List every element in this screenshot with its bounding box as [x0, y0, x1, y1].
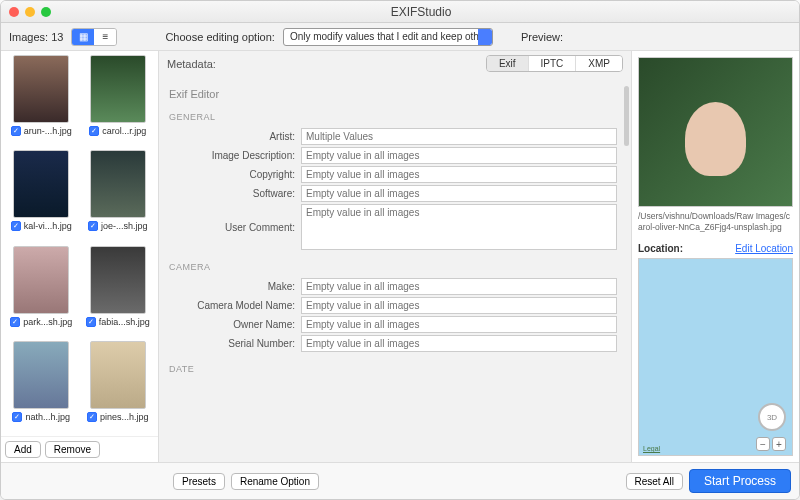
artist-label: Artist:	[165, 131, 295, 142]
images-count-label: Images: 13	[9, 31, 63, 43]
preview-filepath: /Users/vishnu/Downloads/Raw Images/carol…	[638, 207, 793, 241]
presets-button[interactable]: Presets	[173, 473, 225, 490]
checkbox-icon[interactable]: ✓	[88, 221, 98, 231]
thumb-filename: nath...h.jpg	[25, 412, 70, 422]
checkbox-icon[interactable]: ✓	[87, 412, 97, 422]
main-body: ✓arun-...h.jpg ✓carol...r.jpg ✓kal-vi...…	[1, 51, 799, 462]
metadata-tabs: Exif IPTC XMP	[486, 55, 623, 72]
checkbox-icon[interactable]: ✓	[86, 317, 96, 327]
app-window: EXIFStudio Images: 13 ▦ ≡ Choose editing…	[0, 0, 800, 500]
thumb-filename: arun-...h.jpg	[24, 126, 72, 136]
toolbar: Images: 13 ▦ ≡ Choose editing option: On…	[1, 23, 799, 51]
thumb-filename: kal-vi...h.jpg	[24, 221, 72, 231]
tab-xmp[interactable]: XMP	[576, 56, 622, 71]
artist-input[interactable]	[301, 128, 617, 145]
checkbox-icon[interactable]: ✓	[11, 126, 21, 136]
add-button[interactable]: Add	[5, 441, 41, 458]
thumbnail-grid[interactable]: ✓arun-...h.jpg ✓carol...r.jpg ✓kal-vi...…	[1, 51, 158, 436]
metadata-label: Metadata:	[167, 58, 486, 70]
zoom-in-button[interactable]: +	[772, 437, 786, 451]
location-label: Location:	[638, 243, 683, 254]
owner-input[interactable]	[301, 316, 617, 333]
model-input[interactable]	[301, 297, 617, 314]
thumb-image[interactable]	[90, 246, 146, 314]
imgdesc-label: Image Description:	[165, 150, 295, 161]
make-label: Make:	[165, 281, 295, 292]
section-camera: CAMERA	[165, 252, 617, 276]
checkbox-icon[interactable]: ✓	[10, 317, 20, 327]
thumb-filename: park...sh.jpg	[23, 317, 72, 327]
model-label: Camera Model Name:	[165, 300, 295, 311]
imgdesc-input[interactable]	[301, 147, 617, 164]
usercomment-input[interactable]	[301, 204, 617, 250]
thumb-item[interactable]: ✓nath...h.jpg	[5, 341, 78, 432]
reset-all-button[interactable]: Reset All	[626, 473, 683, 490]
serial-label: Serial Number:	[165, 338, 295, 349]
make-input[interactable]	[301, 278, 617, 295]
section-date: DATE	[165, 354, 617, 378]
section-general: GENERAL	[165, 102, 617, 126]
tab-exif[interactable]: Exif	[487, 56, 529, 71]
serial-input[interactable]	[301, 335, 617, 352]
bottom-bar: Presets Rename Option Reset All Start Pr…	[1, 462, 799, 499]
image-sidebar: ✓arun-...h.jpg ✓carol...r.jpg ✓kal-vi...…	[1, 51, 159, 462]
app-title: EXIFStudio	[51, 5, 791, 19]
thumb-item[interactable]: ✓pines...h.jpg	[82, 341, 155, 432]
thumb-item[interactable]: ✓kal-vi...h.jpg	[5, 150, 78, 241]
map-legal-link[interactable]: Legal	[643, 445, 660, 452]
thumb-filename: carol...r.jpg	[102, 126, 146, 136]
remove-button[interactable]: Remove	[45, 441, 100, 458]
editor-panel: Metadata: Exif IPTC XMP Exif Editor GENE…	[159, 51, 631, 462]
software-label: Software:	[165, 188, 295, 199]
copyright-input[interactable]	[301, 166, 617, 183]
thumb-item[interactable]: ✓park...sh.jpg	[5, 246, 78, 337]
zoom-out-button[interactable]: −	[756, 437, 770, 451]
close-icon[interactable]	[9, 7, 19, 17]
thumb-item[interactable]: ✓carol...r.jpg	[82, 55, 155, 146]
thumb-filename: joe-...sh.jpg	[101, 221, 148, 231]
minimize-icon[interactable]	[25, 7, 35, 17]
software-input[interactable]	[301, 185, 617, 202]
copyright-label: Copyright:	[165, 169, 295, 180]
thumb-item[interactable]: ✓arun-...h.jpg	[5, 55, 78, 146]
map-view[interactable]: 3D − + Legal	[638, 258, 793, 456]
edit-location-link[interactable]: Edit Location	[735, 243, 793, 254]
view-toggle[interactable]: ▦ ≡	[71, 28, 117, 46]
window-controls	[9, 7, 51, 17]
editing-option-select[interactable]: Only modify values that I edit and keep …	[283, 28, 493, 46]
thumb-image[interactable]	[90, 55, 146, 123]
thumb-image[interactable]	[13, 246, 69, 314]
compass-icon[interactable]: 3D	[758, 403, 786, 431]
grid-view-icon[interactable]: ▦	[72, 29, 94, 45]
list-view-icon[interactable]: ≡	[94, 29, 116, 45]
thumb-image[interactable]	[13, 341, 69, 409]
start-process-button[interactable]: Start Process	[689, 469, 791, 493]
checkbox-icon[interactable]: ✓	[11, 221, 21, 231]
checkbox-icon[interactable]: ✓	[89, 126, 99, 136]
editor-scroll[interactable]: Exif Editor GENERAL Artist: Image Descri…	[159, 76, 631, 462]
thumb-filename: fabia...sh.jpg	[99, 317, 150, 327]
zoom-icon[interactable]	[41, 7, 51, 17]
thumb-image[interactable]	[13, 55, 69, 123]
preview-image	[638, 57, 793, 207]
scrollbar[interactable]	[624, 86, 629, 146]
thumb-image[interactable]	[90, 150, 146, 218]
thumb-item[interactable]: ✓joe-...sh.jpg	[82, 150, 155, 241]
titlebar: EXIFStudio	[1, 1, 799, 23]
choose-option-label: Choose editing option:	[165, 31, 274, 43]
owner-label: Owner Name:	[165, 319, 295, 330]
tab-iptc[interactable]: IPTC	[529, 56, 577, 71]
thumb-item[interactable]: ✓fabia...sh.jpg	[82, 246, 155, 337]
usercomment-label: User Comment:	[165, 222, 295, 233]
thumb-filename: pines...h.jpg	[100, 412, 149, 422]
preview-panel: /Users/vishnu/Downloads/Raw Images/carol…	[631, 51, 799, 462]
thumb-image[interactable]	[90, 341, 146, 409]
editor-title: Exif Editor	[165, 82, 617, 102]
preview-heading: Preview:	[521, 31, 563, 43]
editing-option-value: Only modify values that I edit and keep …	[290, 31, 493, 42]
thumb-image[interactable]	[13, 150, 69, 218]
rename-option-button[interactable]: Rename Option	[231, 473, 319, 490]
checkbox-icon[interactable]: ✓	[12, 412, 22, 422]
